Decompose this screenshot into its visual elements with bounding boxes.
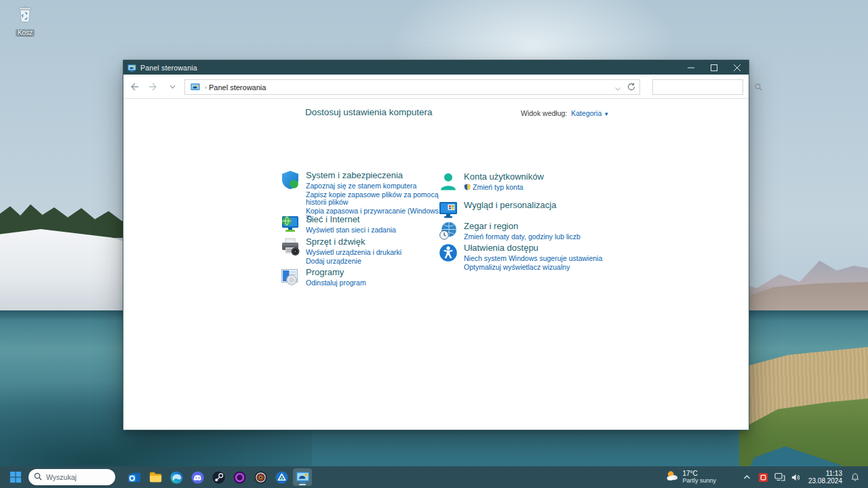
category-title[interactable]: System i zabezpieczenia <box>306 170 441 181</box>
window-title: Panel sterowania <box>140 64 197 72</box>
taskbar-app-control-panel[interactable] <box>293 468 312 486</box>
navigation-bar: › Panel sterowania <box>123 75 749 99</box>
view-by-value[interactable]: Kategoria <box>571 109 601 117</box>
category-title[interactable]: Sieć i Internet <box>306 214 441 225</box>
window-search-box[interactable] <box>652 79 743 95</box>
taskbar: Wyszukaj 17°C Partly sunny <box>0 466 868 488</box>
category-title[interactable]: Konta użytkowników <box>464 171 616 182</box>
taskbar-search-placeholder: Wyszukaj <box>46 473 77 481</box>
taskbar-app-steam[interactable] <box>209 468 228 486</box>
notification-bell-icon[interactable] <box>846 468 864 486</box>
category-link[interactable]: Odinstaluj program <box>306 279 441 287</box>
back-button[interactable] <box>127 80 141 94</box>
search-icon <box>755 81 762 94</box>
volume-icon[interactable] <box>789 468 804 486</box>
clock-icon <box>438 221 458 241</box>
view-by-caret-icon[interactable]: ▼ <box>604 111 609 117</box>
user-icon <box>438 171 458 192</box>
maximize-button[interactable] <box>703 60 726 75</box>
category-link[interactable]: Wyświetl urządzenia i drukarki <box>306 249 441 257</box>
taskbar-app-purple-ring-app[interactable] <box>230 468 249 486</box>
window-search-input[interactable] <box>653 83 755 92</box>
minimize-button[interactable] <box>679 60 703 75</box>
breadcrumb-separator: › <box>205 84 207 91</box>
hidden-icons-chevron[interactable] <box>740 468 755 486</box>
personalization-icon <box>438 200 458 220</box>
category-ease-of-access[interactable]: Ułatwienia dostępuNiech system Windows s… <box>438 243 616 272</box>
sun-cloud-icon <box>665 469 679 485</box>
refresh-icon[interactable] <box>627 81 635 94</box>
control-panel-window: Panel sterowania <box>123 60 749 430</box>
tray-red-app-icon[interactable] <box>756 468 771 486</box>
control-panel-icon <box>127 63 136 72</box>
address-bar[interactable]: › Panel sterowania <box>184 79 640 95</box>
category-appearance-personalization[interactable]: Wygląd i personalizacja <box>438 200 616 220</box>
taskbar-search[interactable]: Wyszukaj <box>28 469 115 485</box>
category-link[interactable]: Zmień formaty daty, godziny lub liczb <box>464 233 616 241</box>
desktop: Kosz Panel sterowania <box>0 0 868 488</box>
category-link[interactable]: Dodaj urządzenie <box>306 258 441 266</box>
forward-button[interactable] <box>146 80 160 94</box>
category-link[interactable]: Zmień typ konta <box>464 184 616 192</box>
network-icon[interactable] <box>772 468 787 486</box>
category-link[interactable]: Niech system Windows sugeruje ustawienia <box>464 255 616 263</box>
category-link[interactable]: Zapisz kopie zapasowe plików za pomocą h… <box>306 191 441 207</box>
taskbar-app-discord[interactable] <box>188 468 207 486</box>
recycle-bin-label: Kosz <box>16 29 35 37</box>
category-clock-region[interactable]: Zegar i regionZmień formaty daty, godzin… <box>438 221 616 242</box>
breadcrumb-location[interactable]: Panel sterowania <box>209 83 266 92</box>
category-programs[interactable]: ProgramyOdinstaluj program <box>280 267 441 288</box>
weather-condition: Partly sunny <box>682 477 716 485</box>
page-title: Dostosuj ustawienia komputera <box>305 107 433 117</box>
weather-widget[interactable]: 17°C Partly sunny <box>660 466 722 488</box>
close-button[interactable] <box>726 60 749 75</box>
search-icon <box>34 471 42 483</box>
taskbar-app-edge[interactable] <box>167 468 186 486</box>
recycle-bin-icon <box>17 5 33 23</box>
taskbar-app-blue-triangle-app[interactable] <box>272 468 291 486</box>
accessibility-icon <box>438 243 458 263</box>
system-tray: 17°C Partly sunny 11:13 23.08.2024 <box>660 466 868 488</box>
window-titlebar[interactable]: Panel sterowania <box>123 60 749 75</box>
programs-icon <box>280 267 300 287</box>
view-by-control: Widok według:Kategoria ▼ <box>521 109 609 117</box>
view-by-label: Widok według: <box>521 109 567 117</box>
hardware-icon <box>280 237 300 257</box>
category-title[interactable]: Zegar i region <box>464 221 616 232</box>
taskbar-app-file-explorer[interactable] <box>146 468 165 486</box>
address-dropdown-chevron[interactable] <box>615 81 620 94</box>
security-shield-icon <box>280 170 300 190</box>
network-icon <box>280 214 300 235</box>
tray-time: 11:13 <box>826 470 842 477</box>
category-title[interactable]: Ułatwienia dostępu <box>464 243 616 253</box>
start-button[interactable] <box>7 468 24 486</box>
weather-temperature: 17°C <box>682 470 716 478</box>
category-link[interactable]: Wyświetl stan sieci i zadania <box>306 226 441 235</box>
category-title[interactable]: Wygląd i personalizacja <box>464 200 616 211</box>
taskbar-app-target-rings-app[interactable] <box>251 468 270 486</box>
category-link[interactable]: Optymalizuj wyświetlacz wizualny <box>464 264 616 272</box>
category-user-accounts[interactable]: Konta użytkownikówZmień typ konta <box>438 171 616 192</box>
category-network-internet[interactable]: Sieć i InternetWyświetl stan sieci i zad… <box>280 214 441 235</box>
taskbar-apps <box>125 466 312 488</box>
category-hardware-sound[interactable]: Sprzęt i dźwiękWyświetl urządzenia i dru… <box>280 237 441 266</box>
address-location-icon <box>191 83 200 92</box>
recycle-bin-shortcut[interactable]: Kosz <box>9 5 41 38</box>
clock-widget[interactable]: 11:13 23.08.2024 <box>804 466 846 488</box>
control-panel-content: Dostosuj ustawienia komputera Widok wedł… <box>123 99 749 430</box>
tray-date: 23.08.2024 <box>808 477 842 485</box>
category-link[interactable]: Zapoznaj się ze stanem komputera <box>306 182 441 190</box>
category-title[interactable]: Programy <box>306 267 441 278</box>
uac-shield-icon <box>464 184 471 190</box>
taskbar-app-outlook[interactable] <box>125 468 144 486</box>
category-title[interactable]: Sprzęt i dźwięk <box>306 237 441 247</box>
recent-pages-chevron[interactable] <box>165 80 179 94</box>
